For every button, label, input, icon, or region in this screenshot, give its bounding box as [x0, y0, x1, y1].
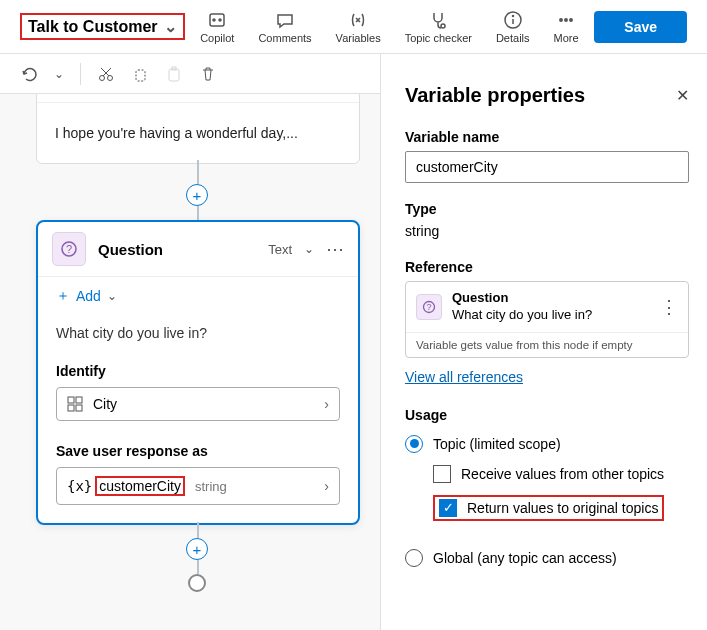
copilot-button[interactable]: Copilot [200, 10, 234, 44]
entity-icon [67, 396, 83, 412]
checkbox-on-icon: ✓ [439, 499, 457, 517]
node-more-icon[interactable]: ⋯ [326, 238, 344, 260]
add-message-button[interactable]: ＋ Add ⌄ [38, 277, 358, 315]
var-name-input[interactable] [405, 151, 689, 183]
reference-text: What city do you live in? [452, 307, 592, 322]
comment-icon [275, 10, 295, 30]
plus-icon: ＋ [56, 287, 70, 305]
svg-point-3 [441, 24, 445, 28]
topic-name: Talk to Customer [28, 18, 158, 36]
svg-text:?: ? [426, 302, 431, 312]
variables-icon [348, 10, 368, 30]
message-node[interactable]: I hope you're having a wonderful day,... [36, 94, 360, 164]
view-all-references-link[interactable]: View all references [405, 369, 523, 385]
chevron-right-icon: › [324, 396, 329, 412]
reference-label: Reference [405, 259, 689, 275]
return-values-checkbox[interactable]: ✓ Return values to original topics [405, 495, 689, 521]
svg-point-9 [570, 18, 572, 20]
end-node [188, 574, 206, 592]
svg-point-6 [512, 15, 513, 16]
output-type[interactable]: Text [268, 242, 292, 257]
svg-rect-19 [68, 397, 74, 403]
chevron-down-icon[interactable]: ⌄ [304, 242, 314, 256]
undo-icon[interactable] [20, 65, 38, 83]
svg-point-10 [100, 75, 105, 80]
svg-rect-22 [76, 405, 82, 411]
copilot-icon [207, 10, 227, 30]
svg-rect-14 [136, 70, 145, 81]
usage-topic-radio[interactable]: Topic (limited scope) [405, 435, 689, 453]
comments-button[interactable]: Comments [258, 10, 311, 44]
question-icon: ? [52, 232, 86, 266]
svg-point-7 [560, 18, 562, 20]
radio-off-icon [405, 549, 423, 567]
receive-values-checkbox[interactable]: Receive values from other topics [405, 465, 689, 483]
message-text: I hope you're having a wonderful day,... [37, 103, 359, 163]
question-node[interactable]: ? Question Text ⌄ ⋯ ＋ Add ⌄ What city do… [36, 220, 360, 525]
variable-properties-panel: Variable properties ✕ Variable name Type… [380, 54, 707, 630]
save-button[interactable]: Save [594, 11, 687, 43]
usage-label: Usage [405, 407, 689, 423]
identify-field[interactable]: City › [56, 387, 340, 421]
delete-icon[interactable] [199, 65, 217, 83]
more-icon [556, 10, 576, 30]
reference-title: Question [452, 290, 508, 305]
svg-point-8 [565, 18, 567, 20]
topic-checker-button[interactable]: Topic checker [405, 10, 472, 44]
stethoscope-icon [428, 10, 448, 30]
save-as-label: Save user response as [56, 443, 340, 459]
question-prompt[interactable]: What city do you live in? [38, 315, 358, 359]
close-icon[interactable]: ✕ [676, 86, 689, 105]
variable-field[interactable]: {x} customerCity string › [56, 467, 340, 505]
cut-icon[interactable] [97, 65, 115, 83]
add-node-button[interactable]: + [186, 184, 208, 206]
svg-point-1 [213, 19, 215, 21]
variable-type: string [195, 479, 227, 494]
copy-icon[interactable] [131, 65, 149, 83]
node-title: Question [98, 241, 256, 258]
svg-rect-20 [76, 397, 82, 403]
svg-text:?: ? [66, 243, 72, 255]
reference-more-icon[interactable]: ⋮ [660, 296, 678, 318]
radio-on-icon [405, 435, 423, 453]
topic-selector[interactable]: Talk to Customer ⌄ [20, 13, 185, 40]
panel-title: Variable properties [405, 84, 585, 107]
svg-line-12 [103, 68, 111, 76]
chevron-down-icon: ⌄ [107, 289, 117, 303]
reference-note: Variable gets value from this node if em… [406, 332, 688, 357]
svg-line-13 [101, 68, 109, 76]
variable-name: customerCity [95, 476, 185, 496]
var-name-label: Variable name [405, 129, 689, 145]
reference-card: ? Question What city do you live in? ⋮ V… [405, 281, 689, 358]
svg-point-11 [108, 75, 113, 80]
svg-rect-21 [68, 405, 74, 411]
authoring-canvas[interactable]: I hope you're having a wonderful day,...… [0, 94, 380, 630]
chevron-down-icon: ⌄ [164, 17, 177, 36]
details-button[interactable]: Details [496, 10, 530, 44]
svg-rect-15 [169, 69, 179, 81]
svg-point-2 [219, 19, 221, 21]
type-label: Type [405, 201, 689, 217]
variables-button[interactable]: Variables [336, 10, 381, 44]
paste-icon [165, 65, 183, 83]
type-value: string [405, 223, 689, 239]
usage-global-radio[interactable]: Global (any topic can access) [405, 549, 689, 567]
undo-chevron[interactable]: ⌄ [54, 67, 64, 81]
add-node-button[interactable]: + [186, 538, 208, 560]
chevron-right-icon: › [324, 478, 329, 494]
more-button[interactable]: More [554, 10, 579, 44]
question-icon: ? [416, 294, 442, 320]
variable-icon: {x} [67, 478, 92, 494]
checkbox-off-icon [433, 465, 451, 483]
info-icon [503, 10, 523, 30]
identify-label: Identify [56, 363, 340, 379]
svg-rect-0 [210, 14, 224, 26]
